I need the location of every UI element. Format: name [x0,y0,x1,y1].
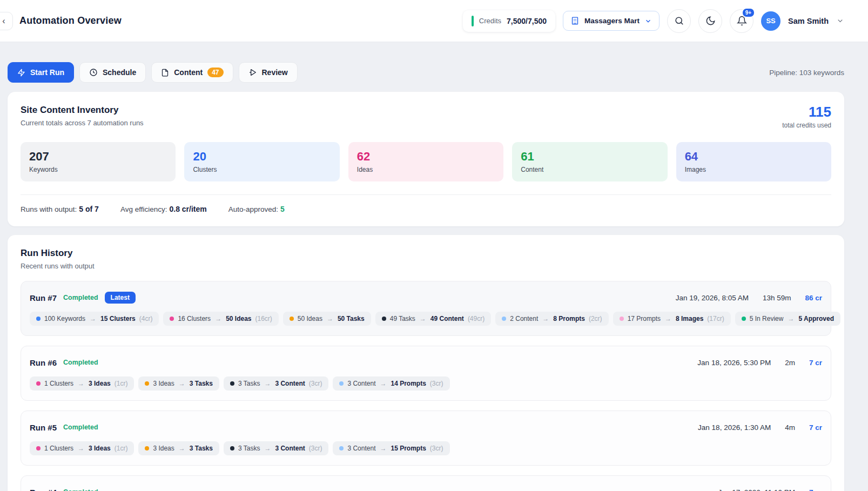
workspace-name: Massagers Mart [584,17,640,25]
top-header: ‹ Automation Overview Credits 7,500/7,50… [0,0,868,42]
run-status: Completed [63,488,98,491]
credits-value: 7,500/7,500 [507,17,547,25]
stat-card-clusters: 20Clusters [184,142,339,181]
stat-value: 207 [29,150,167,163]
stat-value: 64 [685,150,823,163]
run-list: Run #7CompletedLatestJan 19, 2026, 8:05 … [21,281,831,491]
run-history-title: Run History [21,248,831,259]
content-button[interactable]: Content 47 [151,62,233,83]
run-duration: 2m [785,359,795,367]
credits-label: Credits [479,17,501,25]
start-run-button[interactable]: Start Run [8,62,74,83]
step-dot-icon [170,317,174,321]
run-name: Run #5 [30,423,57,432]
pipeline-step-chip: 50 Ideas→50 Tasks [283,312,371,326]
page-title: Automation Overview [19,15,122,26]
dark-mode-button[interactable] [698,9,722,33]
run-status: Completed [63,423,98,431]
run-date: Jan 18, 2026, 5:30 PM [697,359,771,367]
pipeline-step-chip: 17 Prompts→8 Images(17cr) [613,312,731,326]
schedule-button[interactable]: Schedule [79,62,146,83]
content-label: Content [174,68,203,77]
review-label: Review [262,68,288,77]
stat-value: 61 [521,150,658,163]
step-dot-icon [502,317,506,321]
step-dot-icon [230,446,234,450]
inventory-subtitle: Current totals across 7 automation runs [21,119,144,127]
total-credits-label: total credits used [782,122,831,129]
pipeline-step-chip: 2 Content→8 Prompts(2cr) [495,312,608,326]
pipeline-step-chip: 3 Content→14 Prompts(3cr) [333,376,449,391]
step-dot-icon [339,446,344,450]
pipeline-step-chip: 3 Content→15 Prompts(3cr) [333,441,449,455]
pipeline-step-chip: 3 Ideas→3 Tasks [138,376,219,391]
stat-card-keywords: 207Keywords [21,142,176,181]
start-run-label: Start Run [30,68,64,77]
pipeline-step-chip: 1 Clusters→3 Ideas(1cr) [30,376,134,391]
step-dot-icon [145,446,149,450]
step-dot-icon [36,446,41,450]
run-history-subtitle: Recent runs with output [21,262,831,270]
run-date: Jan 17, 2026, 11:10 PM [718,488,795,491]
stat-label: Clusters [193,166,331,173]
run-duration: 4m [785,423,795,432]
run-history-card: Run History Recent runs with output Run … [8,235,844,491]
stat-label: Ideas [357,166,495,173]
run-credits: 86 cr [805,294,822,302]
run-credits: 7 cr [809,359,822,367]
pipeline-step-chip: 16 Clusters→50 Ideas(16cr) [163,312,278,326]
send-icon [248,68,257,77]
run-row-run6[interactable]: Run #6CompletedJan 18, 2026, 5:30 PM2m7 … [21,346,831,401]
pipeline-summary: Pipeline: 103 keywords [769,69,844,77]
step-dot-icon [382,317,386,321]
run-name: Run #4 [30,488,57,491]
total-credits-value: 115 [782,105,831,119]
stat-value: 62 [357,150,495,163]
avatar: SS [761,11,780,31]
stat-card-images: 64Images [676,142,831,181]
user-name: Sam Smith [788,17,829,25]
search-icon [674,16,684,26]
action-toolbar: Start Run Schedule Content 47 Review Pip… [8,62,844,83]
run-date: Jan 19, 2026, 8:05 AM [676,294,749,302]
review-button[interactable]: Review [239,62,298,83]
step-dot-icon [339,381,344,386]
lightning-icon [17,69,25,77]
schedule-label: Schedule [103,68,136,77]
step-dot-icon [290,317,294,321]
chevron-left-icon: ‹ [2,16,5,26]
pipeline-step-chip: 49 Tasks→49 Content(49cr) [375,312,492,326]
user-menu[interactable]: SS Sam Smith [761,11,844,31]
workspace-selector[interactable]: Massagers Mart [563,11,660,31]
step-dot-icon [36,317,41,321]
run-name: Run #7 [30,293,57,302]
run-row-run4[interactable]: Run #4CompletedJan 17, 2026, 11:10 PM7 c… [21,475,831,491]
run-duration: 13h 59m [763,294,791,302]
document-icon [161,69,169,77]
stat-label: Content [521,166,658,173]
pipeline-steps: 1 Clusters→3 Ideas(1cr)3 Ideas→3 Tasks3 … [30,376,822,391]
run-row-run5[interactable]: Run #5CompletedJan 18, 2026, 1:30 AM4m7 … [21,411,831,466]
runs-with-output-stat: Runs with output:5 of 7 [21,205,99,213]
content-count-badge: 47 [207,68,223,77]
search-button[interactable] [667,9,691,33]
moon-icon [705,16,716,26]
run-status: Completed [63,359,98,366]
run-row-run7[interactable]: Run #7CompletedLatestJan 19, 2026, 8:05 … [21,281,831,336]
notifications-button[interactable]: 9+ [730,9,753,33]
pipeline-step-chip: 5 In Review→5 Approved [735,312,840,326]
inventory-footer: Runs with output:5 of 7 Avg efficiency:0… [21,194,831,213]
avg-efficiency-stat: Avg efficiency:0.8 cr/item [120,205,207,213]
pipeline-step-chip: 100 Keywords→15 Clusters(4cr) [30,312,159,326]
run-name: Run #6 [30,358,57,367]
step-dot-icon [620,317,624,321]
latest-badge: Latest [105,292,136,304]
step-dot-icon [145,381,149,386]
inventory-title: Site Content Inventory [21,105,144,116]
stat-card-content: 61Content [512,142,667,181]
back-button[interactable]: ‹ [0,12,13,30]
clock-icon [89,68,98,77]
pipeline-step-chip: 3 Ideas→3 Tasks [138,441,219,455]
run-status: Completed [63,294,98,301]
stat-value: 20 [193,150,331,163]
